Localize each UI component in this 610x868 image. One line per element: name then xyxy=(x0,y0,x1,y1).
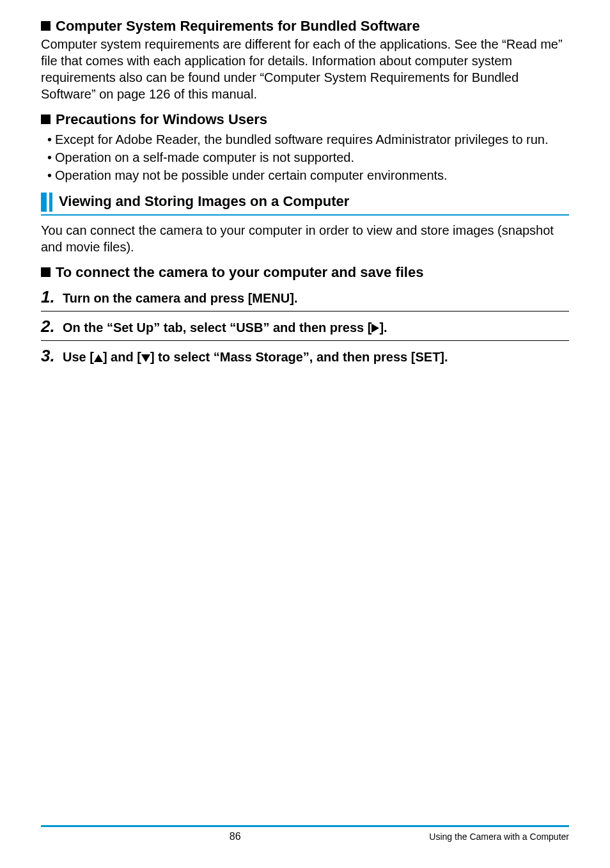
step-text-post: ]. xyxy=(379,320,387,335)
triangle-down-icon xyxy=(141,354,150,362)
subheading-bundled-software: Computer System Requirements for Bundled… xyxy=(41,18,569,35)
subheading-title: Precautions for Windows Users xyxy=(56,111,267,128)
list-item: Except for Adobe Reader, the bundled sof… xyxy=(41,131,569,148)
list-item: Operation on a self-made computer is not… xyxy=(41,149,569,166)
step-text: Turn on the camera and press [MENU]. xyxy=(63,290,297,306)
step-number: 3. xyxy=(41,346,63,366)
precautions-list: Except for Adobe Reader, the bundled sof… xyxy=(41,131,569,184)
step-divider xyxy=(41,340,569,341)
step-text: On the “Set Up” tab, select “USB” and th… xyxy=(63,320,387,336)
subheading-precautions: Precautions for Windows Users xyxy=(41,111,569,128)
step-text-post: ] to select “Mass Storage”, and then pre… xyxy=(150,350,448,364)
chapter-title: Using the Camera with a Computer xyxy=(429,832,569,842)
footer-accent-line xyxy=(41,825,569,827)
accent-bar-thick xyxy=(41,193,47,212)
step-3: 3. Use [] and [] to select “Mass Storage… xyxy=(41,346,569,366)
square-bullet-icon xyxy=(41,21,51,31)
square-bullet-icon xyxy=(41,114,51,124)
list-item: Operation may not be possible under cert… xyxy=(41,167,569,184)
step-2: 2. On the “Set Up” tab, select “USB” and… xyxy=(41,317,569,336)
step-text-mid: ] and [ xyxy=(103,350,141,364)
step-number: 2. xyxy=(41,317,63,336)
page-number: 86 xyxy=(41,831,429,842)
step-divider xyxy=(41,311,569,312)
step-text: Use [] and [] to select “Mass Storage”, … xyxy=(63,349,448,365)
square-bullet-icon xyxy=(41,267,51,277)
subheading-connect: To connect the camera to your computer a… xyxy=(41,264,569,281)
step-number: 1. xyxy=(41,287,63,307)
subheading-title: Computer System Requirements for Bundled… xyxy=(56,18,420,35)
step-text-pre: Use [ xyxy=(63,350,94,364)
step-text-pre: On the “Set Up” tab, select “USB” and th… xyxy=(63,320,371,335)
subheading-title: To connect the camera to your computer a… xyxy=(56,264,423,281)
step-1: 1. Turn on the camera and press [MENU]. xyxy=(41,287,569,307)
section-title: Viewing and Storing Images on a Computer xyxy=(52,193,349,212)
page-footer: 86 Using the Camera with a Computer xyxy=(0,825,610,842)
viewing-intro: You can connect the camera to your compu… xyxy=(41,222,569,255)
section-bar-viewing: Viewing and Storing Images on a Computer xyxy=(41,193,569,212)
accent-underline xyxy=(41,214,569,216)
bundled-software-body: Computer system requirements are differe… xyxy=(41,36,569,102)
triangle-up-icon xyxy=(94,354,103,362)
triangle-right-icon xyxy=(371,324,379,333)
